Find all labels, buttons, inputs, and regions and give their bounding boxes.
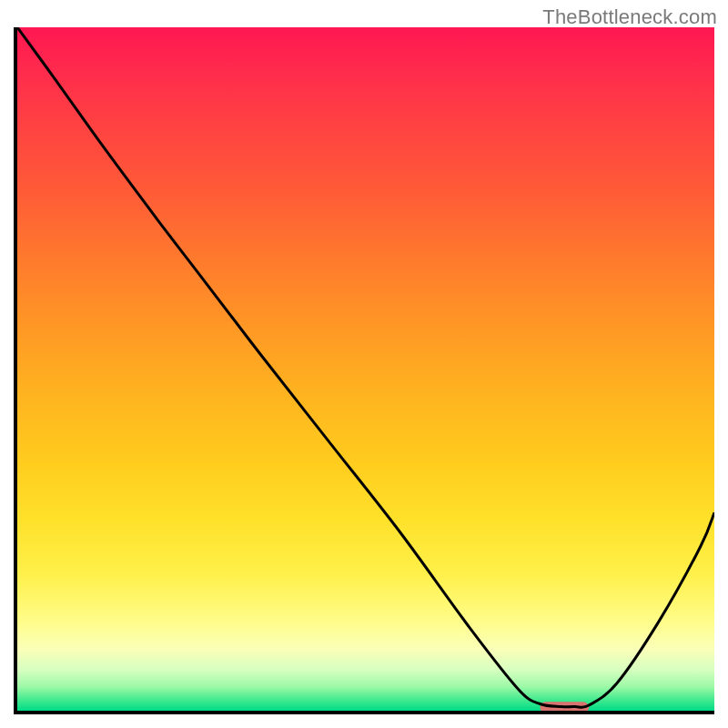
chart-svg (17, 27, 714, 711)
chart-plot-area (17, 27, 714, 711)
watermark-text: TheBottleneck.com (542, 5, 717, 29)
chart-curve (17, 27, 714, 707)
chart-frame (14, 27, 714, 714)
